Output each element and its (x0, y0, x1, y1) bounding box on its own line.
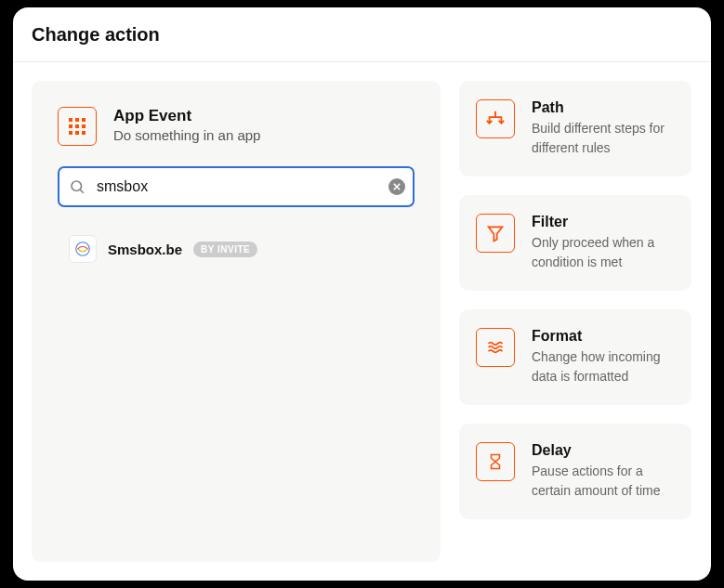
svg-marker-5 (489, 227, 503, 241)
path-icon (476, 99, 515, 138)
app-logo (69, 235, 97, 263)
app-event-panel: App Event Do something in an app Smsbox.… (32, 81, 441, 562)
format-icon (476, 328, 515, 367)
modal-title: Change action (32, 24, 692, 46)
action-title: Format (532, 328, 675, 345)
app-grid-icon (58, 107, 97, 146)
result-name: Smsbox.be (108, 242, 182, 257)
action-description: Build different steps for different rule… (532, 119, 675, 158)
change-action-modal: Change action App Event Do something in … (13, 7, 711, 581)
modal-header: Change action (13, 7, 711, 62)
app-event-subtitle: Do something in an app (113, 127, 260, 143)
app-event-title: App Event (113, 107, 260, 125)
action-text: Delay Pause actions for a certain amount… (532, 442, 675, 501)
invite-badge: BY INVITE (193, 242, 257, 257)
action-description: Pause actions for a certain amount of ti… (532, 462, 675, 501)
action-options-panel: Path Build different steps for different… (459, 81, 691, 562)
delay-icon (476, 442, 515, 481)
search-result-item[interactable]: Smsbox.be BY INVITE (58, 228, 415, 270)
svg-point-0 (72, 181, 82, 191)
app-event-header: App Event Do something in an app (58, 107, 415, 146)
action-text: Path Build different steps for different… (532, 99, 675, 158)
action-text: Filter Only proceed when a condition is … (532, 214, 675, 272)
modal-body: App Event Do something in an app Smsbox.… (13, 62, 711, 581)
action-card-delay[interactable]: Delay Pause actions for a certain amount… (459, 424, 691, 519)
action-title: Delay (532, 442, 675, 459)
search-icon (69, 178, 86, 195)
action-card-path[interactable]: Path Build different steps for different… (459, 81, 691, 176)
action-text: Format Change how incoming data is forma… (532, 328, 675, 386)
action-description: Change how incoming data is formatted (532, 347, 675, 386)
action-card-format[interactable]: Format Change how incoming data is forma… (459, 309, 691, 405)
close-icon (393, 183, 401, 190)
filter-icon (476, 214, 515, 253)
action-title: Filter (532, 214, 675, 230)
svg-line-1 (80, 189, 84, 193)
action-title: Path (532, 99, 675, 116)
search-input[interactable] (58, 166, 415, 207)
search-wrapper (58, 166, 415, 207)
action-card-filter[interactable]: Filter Only proceed when a condition is … (459, 195, 691, 291)
clear-search-button[interactable] (388, 178, 405, 195)
app-event-text: App Event Do something in an app (113, 107, 260, 146)
action-description: Only proceed when a condition is met (532, 233, 675, 272)
